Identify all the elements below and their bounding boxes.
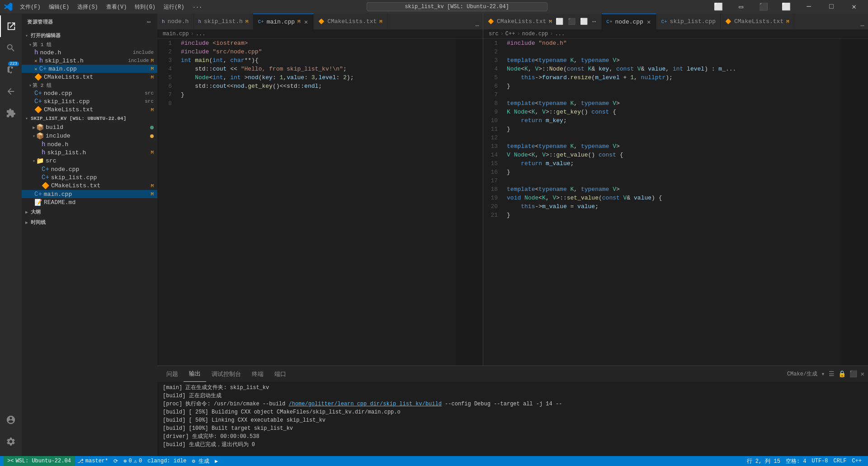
sidebar-toggle-button[interactable]: ⬜ [708,0,729,14]
panel-tab-output[interactable]: 输出 [184,366,206,382]
clangd-item[interactable]: clangd: idle [145,456,189,466]
new-file-icon[interactable]: ⋯ [146,17,152,27]
panel-list-btn[interactable]: ☰ [829,370,835,378]
panel-tab-debug-console[interactable]: 调试控制台 [206,366,246,382]
tab-cmake-right-more[interactable]: ⋯ [591,18,597,25]
menu-file[interactable]: 文件(F) [16,2,44,12]
source-control-icon[interactable]: 223 [0,59,22,81]
settings-icon[interactable] [0,431,22,452]
file-skip-list-cpp-g2[interactable]: C+ skip_list.cpp src [22,97,157,105]
panel-tab-ports[interactable]: 端口 [269,366,292,382]
code-content-right[interactable]: #include "node.h" template<typename K, t… [503,39,841,366]
folder-src[interactable]: ▾ 📁 src [22,157,157,165]
split-button[interactable]: ⬛ [753,0,774,14]
panel-content: [main] 正在生成文件夹: skip_list_kv [build] 正在启… [157,382,868,456]
remote-icon: >< [7,458,14,464]
file-cmake-group1[interactable]: 🔶 CMakeLists.txt M [22,73,157,81]
tab-cmake-right-inline-btn[interactable]: ⬜ [579,18,589,25]
menu-more[interactable]: ... [189,2,206,12]
file-skip-list-h[interactable]: ✕ h skip_list.h include M [22,57,157,65]
wsl-badge[interactable]: >< WSL: Ubuntu-22.04 [4,456,75,466]
panel-lock-btn[interactable]: 🔒 [838,370,846,378]
panel-close-btn[interactable]: ✕ [861,370,864,378]
search-icon[interactable] [0,37,22,59]
tab-cmake-right[interactable]: 🔶 CMakeLists.txt M ⬜ ⬛ ⬜ ⋯ [483,14,602,29]
language-item[interactable]: C++ [849,456,864,466]
tree-skip-list-cpp[interactable]: C+ skip_list.cpp [22,173,157,181]
code-editor-right[interactable]: 1 2 3 4 5 6 7 8 9 10 11 12 13 14 [483,39,868,366]
menu-goto[interactable]: 转到(G) [131,2,159,12]
git-branch-item[interactable]: ⎇ master* [75,456,111,466]
tab-cmake-right-split-btn[interactable]: ⬜ [555,18,564,25]
folder-include-icon: 📦 [36,132,44,140]
panel-tab-problems[interactable]: 问题 [161,366,184,382]
accounts-icon[interactable] [0,409,22,431]
sidebar-title: 资源管理器 ⋯ [22,14,157,30]
open-editors-header[interactable]: ▾ 打开的编辑器 [22,30,157,41]
cmake-path-link[interactable]: /home/golitter/learn_cpp_dir/skip_list_k… [288,401,441,407]
project-header[interactable]: ▾ SKIP_LIST_KV [WSL: UBUNTU-22.04] [22,114,157,123]
tab-cmake-left[interactable]: 🔶 CMakeLists.txt M [314,14,387,29]
cpp-icon-src-node: C+ [42,166,49,173]
tab-skip-list-h[interactable]: h skip_list.h M [193,14,253,29]
tree-node-cpp[interactable]: C+ node.cpp [22,165,157,173]
file-node-cpp-g2[interactable]: C+ node.cpp src [22,89,157,97]
run-debug-icon[interactable] [0,81,22,102]
tab-node-h[interactable]: h node.h [157,14,193,29]
file-cmake-g2[interactable]: 🔶 CMakeLists.txt M [22,105,157,114]
panel-maximize-btn[interactable]: ⬛ [849,370,857,378]
close-icon-skip-list-h[interactable]: ✕ [34,58,38,64]
tab-node-cpp-right[interactable]: C+ node.cpp ✕ [602,14,656,29]
tree-readme[interactable]: 📝 README.md [22,198,157,207]
tab-cmake-right2[interactable]: 🔶 CMakeLists.txt M [721,14,794,29]
encoding-item[interactable]: UTF-8 [809,456,831,466]
menu-select[interactable]: 选择(S) [74,2,102,12]
file-main-cpp[interactable]: ✕ C+ main.cpp M [22,65,157,73]
menu-run[interactable]: 运行(R) [160,2,188,12]
tree-skip-list-cpp-label: skip_list.cpp [51,174,154,181]
generating-item[interactable]: ⚙ 生成 [189,456,212,466]
editors-split: h node.h h skip_list.h M C+ main.cpp M ✕ [157,14,868,366]
tree-main-cpp[interactable]: C+ main.cpp M [22,190,157,198]
explorer-icon[interactable] [0,15,22,37]
tab-cmake-right-diff-btn[interactable]: ⬛ [567,18,576,25]
file-node-h[interactable]: h node.h include [22,48,157,57]
folder-include[interactable]: ▾ 📦 include [22,132,157,140]
tree-node-h[interactable]: h node.h [22,140,157,148]
spaces-item[interactable]: 空格: 4 [783,456,809,466]
cmake-icon1: 🔶 [34,73,42,81]
close-icon-main-cpp[interactable]: ✕ [34,66,38,72]
position-item[interactable]: 行 2, 列 15 [744,456,783,466]
layout-button[interactable]: ▭ [731,0,751,14]
code-content-left[interactable]: #include <iostream> #include "src/node.c… [177,39,456,366]
panel-button[interactable]: ⬜ [776,0,797,14]
extensions-icon[interactable] [0,102,22,124]
tab-main-cpp[interactable]: C+ main.cpp M ✕ [253,14,314,29]
tab-node-cpp-right-close[interactable]: ✕ [646,18,651,26]
search-box[interactable]: skip_list_kv [WSL: Ubuntu-22.04] [367,2,547,11]
tab-bar-right: 🔶 CMakeLists.txt M ⬜ ⬛ ⬜ ⋯ C+ node.cpp ✕ [483,14,868,29]
errors-item[interactable]: ⊗ 0 ⚠ 0 [121,456,145,466]
eol-item[interactable]: CRLF [831,456,849,466]
tree-cmake-src[interactable]: 🔶 CMakeLists.txt M [22,181,157,190]
maximize-button[interactable]: □ [821,0,842,14]
group1-header[interactable]: ▾ 第 1 组 [22,41,157,48]
tab-skip-list-cpp-right[interactable]: C+ skip_list.cpp [656,14,721,29]
timeline-header[interactable]: ▶ 时间线 [22,217,157,228]
menu-edit[interactable]: 编辑(E) [45,2,73,12]
close-button[interactable]: ✕ [844,0,864,14]
minimize-button[interactable]: ─ [798,0,819,14]
panel-tab-terminal[interactable]: 终端 [246,366,269,382]
tab-main-cpp-close[interactable]: ✕ [303,18,309,26]
menu-view[interactable]: 查看(V) [103,2,131,12]
outline-header[interactable]: ▶ 大纲 [22,207,157,217]
sync-item[interactable]: ⟳ [111,456,121,466]
tree-skip-list-h[interactable]: h skip_list.h M [22,148,157,157]
folder-build[interactable]: ▶ 📦 build [22,123,157,132]
run-item[interactable]: ▶ [212,456,221,466]
group2-header[interactable]: ▾ 第 2 组 [22,81,157,89]
more-tabs-btn[interactable]: ⋯ [476,22,479,29]
code-editor-left[interactable]: 1 2 3 4 5 6 7 8 #include <iostream> #inc… [157,39,483,366]
more-tabs-right-btn[interactable]: ⋯ [861,22,864,29]
panel-dropdown-btn[interactable]: ▾ [821,370,825,378]
